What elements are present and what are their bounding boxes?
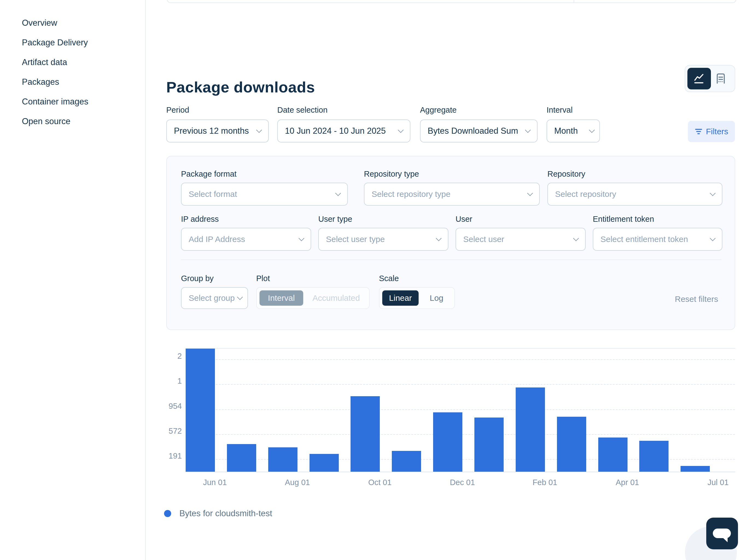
x-axis-tick: Aug 01 [276,478,319,487]
sidebar-item-package-delivery[interactable]: Package Delivery [22,36,88,49]
chat-bubble-icon [713,529,731,538]
period-select[interactable]: Previous 12 months [166,120,269,143]
chevron-down-icon [237,294,243,300]
sidebar-item-packages[interactable]: Packages [22,75,88,88]
x-axis-tick: Feb 01 [523,478,567,487]
chevron-down-icon [335,190,341,196]
plot-segmented-control: Interval Accumulated [256,287,370,309]
interval-label: Interval [547,105,572,114]
chevron-down-icon [256,127,262,133]
chart-legend: Bytes for cloudsmith-test [164,509,272,518]
chevron-down-icon [589,127,595,133]
interval-select[interactable]: Month [547,120,600,143]
chart-bar[interactable] [186,349,215,472]
chart-bar[interactable] [474,417,504,472]
chart-bar[interactable] [227,444,256,472]
x-axis-labels: Jun 01Aug 01Oct 01Dec 01Feb 01Apr 01Jul … [186,478,735,489]
plot-option-accumulated[interactable]: Accumulated [306,288,366,308]
chevron-down-icon [573,235,579,241]
user-type-select[interactable]: Select user type [318,228,448,251]
entitlement-token-select[interactable]: Select entitlement token [593,228,722,251]
chevron-down-icon [710,235,716,241]
legend-dot-icon [164,510,171,517]
scale-option-log[interactable]: Log [421,288,452,308]
chart-bar[interactable] [392,451,421,472]
chart-gridline [186,359,735,360]
chevron-down-icon [710,190,716,196]
report-view-button[interactable] [709,68,732,90]
plot-option-interval[interactable]: Interval [259,290,303,306]
chart-bar[interactable] [557,417,586,472]
y-axis-tick: 954 [113,401,182,411]
chevron-down-icon [436,235,442,241]
sidebar-item-overview[interactable]: Overview [22,17,88,29]
chart-gridline [186,409,735,410]
group-by-label: Group by [181,274,213,283]
aggregate-select[interactable]: Bytes Downloaded Sum [420,120,538,143]
chart-bar[interactable] [268,447,298,472]
y-axis-tick: 572 [113,426,182,436]
previous-card-bottom-edge [167,0,736,3]
view-toggle [685,65,735,92]
filter-panel: Package format Select format Repository … [166,156,735,330]
sidebar-item-container-images[interactable]: Container images [22,95,88,108]
scale-label: Scale [379,274,399,283]
chevron-down-icon [299,235,304,241]
chart-bar[interactable] [598,437,627,472]
user-label: User [456,215,472,224]
x-axis-tick: Apr 01 [606,478,649,487]
sidebar-item-open-source[interactable]: Open source [22,115,88,128]
package-format-select[interactable]: Select format [181,183,348,206]
y-axis-tick: 191 [113,451,182,460]
user-select[interactable]: Select user [456,228,586,251]
x-axis-tick: Dec 01 [440,478,484,487]
y-axis-tick: 2 [113,351,182,361]
ip-address-select[interactable]: Add IP Address [181,228,311,251]
sidebar: Overview Package Delivery Artifact data … [0,0,146,560]
chart-bar[interactable] [351,396,380,472]
filters-button[interactable]: Filters [688,121,735,142]
period-label: Period [166,105,189,114]
plot-label: Plot [256,274,270,283]
repository-select[interactable]: Select repository [547,183,722,206]
chat-bubble-tail [723,538,728,542]
chart-gridline [186,384,735,385]
chat-button[interactable] [706,518,738,549]
x-axis-tick: Oct 01 [358,478,402,487]
chart-bar[interactable] [680,466,710,472]
entitlement-token-label: Entitlement token [593,215,654,224]
chart-bar[interactable] [639,441,669,472]
chart-bar[interactable] [310,454,339,472]
scale-option-linear[interactable]: Linear [382,290,419,306]
chevron-down-icon [398,127,404,133]
scale-segmented-control: Linear Log [379,287,455,309]
line-chart-icon [693,73,705,84]
legend-series-label: Bytes for cloudsmith-test [179,509,272,518]
group-by-select[interactable]: Select group [181,287,248,309]
x-axis-tick: Jun 01 [193,478,237,487]
repository-type-select[interactable]: Select repository type [364,183,540,206]
package-format-label: Package format [181,170,236,179]
user-type-label: User type [318,215,352,224]
ip-address-label: IP address [181,215,219,224]
repository-label: Repository [547,170,585,179]
date-selection-select[interactable]: 10 Jun 2024 - 10 Jun 2025 [277,120,410,143]
chart-bar[interactable] [516,387,545,472]
sidebar-list: Overview Package Delivery Artifact data … [22,17,88,128]
chevron-down-icon [527,190,533,196]
sidebar-item-artifact-data[interactable]: Artifact data [22,56,88,69]
reset-filters-button[interactable]: Reset filters [675,295,718,304]
repository-type-label: Repository type [364,170,419,179]
chart-bar[interactable] [433,412,462,472]
card-divider [574,0,574,2]
bar-chart-plot-area [186,348,735,472]
chevron-down-icon [525,127,531,133]
aggregate-label: Aggregate [420,105,457,114]
chart-view-button[interactable] [687,68,711,90]
report-icon [716,73,726,84]
y-axis-tick: 1 [113,376,182,385]
x-axis-tick: Jul 01 [696,478,740,487]
page-title: Package downloads [166,78,315,96]
panel-divider [181,259,722,260]
date-selection-label: Date selection [277,105,328,114]
